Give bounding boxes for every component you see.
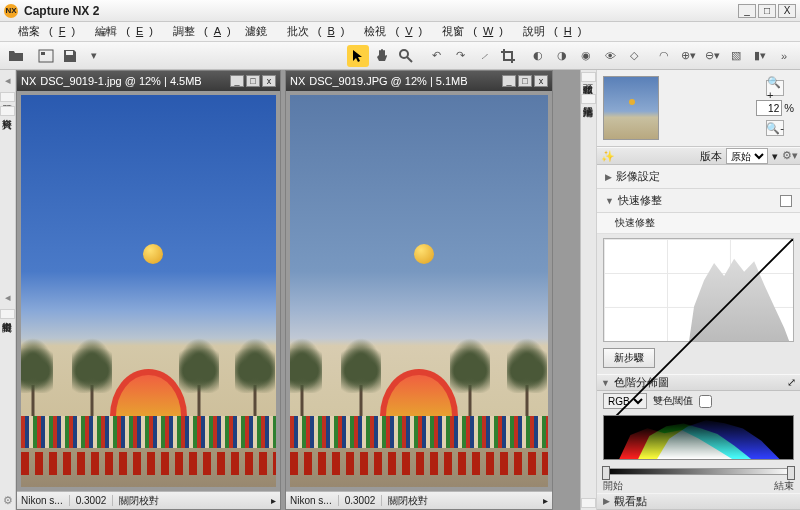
slider-start-label: 開始 <box>603 479 623 493</box>
status-proof-2[interactable]: 關閉校對 <box>388 494 428 508</box>
crop-tool[interactable] <box>497 45 519 67</box>
zoom-out-button[interactable]: 🔍- <box>766 120 784 136</box>
document-titlebar-1[interactable]: NX DSC_9019-1.jpg @ 12% | 4.5MB _ □ x <box>17 71 280 91</box>
status-menu-2[interactable]: ▸ <box>543 495 548 506</box>
svg-point-2 <box>400 50 408 58</box>
document-canvas-2[interactable] <box>286 91 552 491</box>
black-point-tool[interactable]: ◐ <box>527 45 549 67</box>
neutral-point-tool[interactable]: ◉ <box>575 45 597 67</box>
print-button[interactable]: ▾ <box>83 45 105 67</box>
document-title-1: DSC_9019-1.jpg @ 12% | 4.5MB <box>40 75 230 87</box>
select-minus-tool[interactable]: ⊖▾ <box>701 45 723 67</box>
svg-line-4 <box>604 239 793 428</box>
curves-histogram[interactable] <box>603 238 794 342</box>
left-tab-folders[interactable]: 資料夾 <box>0 106 15 116</box>
rail-collapse-icon[interactable]: ◂ <box>0 70 15 90</box>
doc-icon: NX <box>290 75 305 87</box>
redeye-tool[interactable]: 👁 <box>599 45 621 67</box>
status-camera-1: Nikon s... <box>21 495 70 506</box>
rotate-left-button[interactable]: ↶ <box>425 45 447 67</box>
window-titlebar: NX Capture NX 2 _ □ X <box>0 0 800 22</box>
doc2-close-button[interactable]: x <box>534 75 548 87</box>
right-tab-navigator[interactable]: 鳥瞰鏡頭 <box>581 72 596 82</box>
status-menu-1[interactable]: ▸ <box>271 495 276 506</box>
menu-batch[interactable]: 批次 (B) <box>275 22 351 41</box>
left-rail: ◂ 瀏覽器 資料夾 ◂ 中繼資料 ⚙ <box>0 70 16 510</box>
menu-file[interactable]: 檔案 (F) <box>6 22 81 41</box>
zoom-tool[interactable] <box>395 45 417 67</box>
document-window-2: NX DSC_9019.JPG @ 12% | 5.1MB _ □ x <box>285 70 553 510</box>
triangle-right-icon: ▶ <box>605 172 612 182</box>
rail-collapse-icon-2[interactable]: ◂ <box>0 287 15 307</box>
right-tab-editlist[interactable]: 編輯清單 <box>581 94 596 104</box>
zoom-unit: % <box>784 102 794 114</box>
quick-fix-checkbox[interactable] <box>780 195 792 207</box>
crowd-shape <box>21 416 276 447</box>
version-select[interactable]: 原始 <box>726 148 768 164</box>
window-minimize-button[interactable]: _ <box>738 4 756 18</box>
slider-handle-start[interactable] <box>602 466 610 480</box>
menu-help[interactable]: 說明 (H) <box>511 22 587 41</box>
settings-gear-icon[interactable]: ⚙ <box>0 490 15 510</box>
doc2-maximize-button[interactable]: □ <box>518 75 532 87</box>
doc1-close-button[interactable]: x <box>262 75 276 87</box>
app-icon: NX <box>4 4 18 18</box>
document-titlebar-2[interactable]: NX DSC_9019.JPG @ 12% | 5.1MB _ □ x <box>286 71 552 91</box>
straighten-tool[interactable]: ⟋ <box>473 45 495 67</box>
rotate-right-button[interactable]: ↷ <box>449 45 471 67</box>
hand-tool[interactable] <box>371 45 393 67</box>
menu-adjust[interactable]: 調整 (A) <box>161 22 237 41</box>
direct-select-tool[interactable] <box>347 45 369 67</box>
workspace-button[interactable] <box>35 45 57 67</box>
navigator-thumbnail[interactable] <box>603 76 659 140</box>
version-row: ✨ 版本 原始 ▾ ⚙▾ <box>597 147 800 165</box>
document-canvas-1[interactable] <box>17 91 280 491</box>
window-maximize-button[interactable]: □ <box>758 4 776 18</box>
menu-filter[interactable]: 濾鏡 <box>239 22 273 41</box>
watchpoints-label: 觀看點 <box>614 494 647 509</box>
right-rail: 鳥瞰鏡頭 編輯清單 相片資訊 <box>581 70 597 510</box>
doc-icon: NX <box>21 75 36 87</box>
slider-end-label: 結束 <box>774 479 794 493</box>
menu-view[interactable]: 檢視 (V) <box>352 22 428 41</box>
menubar: 檔案 (F) 編輯 (E) 調整 (A) 濾鏡 批次 (B) 檢視 (V) 視窗… <box>0 22 800 42</box>
work-area: NX DSC_9019-1.jpg @ 12% | 4.5MB _ □ x <box>16 70 580 510</box>
tone-curve[interactable] <box>604 239 793 428</box>
left-tab-browser[interactable]: 瀏覽器 <box>0 92 15 102</box>
wand-icon[interactable]: ✨ <box>601 150 615 163</box>
triangle-right-icon: ▶ <box>603 496 610 506</box>
window-close-button[interactable]: X <box>778 4 796 18</box>
navigator-section: 🔍+ % 🔍- <box>597 70 800 147</box>
left-tab-metadata[interactable]: 中繼資料 <box>0 309 15 319</box>
arch-shape <box>380 369 457 416</box>
slider-handle-end[interactable] <box>787 466 795 480</box>
zoom-in-button[interactable]: 🔍+ <box>766 80 784 96</box>
image-settings-row[interactable]: ▶ 影像設定 <box>597 165 800 189</box>
lasso-tool[interactable]: ◠ <box>653 45 675 67</box>
watchpoints-row[interactable]: ▶ 觀看點 <box>597 493 800 510</box>
arch-shape <box>110 369 187 416</box>
document-statusbar-2: Nikon s... 0.3002 關閉校對 ▸ <box>286 491 552 509</box>
select-plus-tool[interactable]: ⊕▾ <box>677 45 699 67</box>
pots-shape <box>290 452 548 476</box>
right-panel: 鳥瞰鏡頭 編輯清單 相片資訊 🔍+ % 🔍- <box>580 70 800 510</box>
save-button[interactable] <box>59 45 81 67</box>
white-point-tool[interactable]: ◑ <box>551 45 573 67</box>
zoom-input[interactable] <box>756 100 782 116</box>
fill-tool[interactable]: ▮▾ <box>749 45 771 67</box>
quick-fix-subitem[interactable]: 快速修整 <box>597 213 800 234</box>
open-folder-button[interactable] <box>5 45 27 67</box>
gradient-tool[interactable]: ▧ <box>725 45 747 67</box>
tag-tool[interactable]: ◇ <box>623 45 645 67</box>
menu-edit[interactable]: 編輯 (E) <box>83 22 159 41</box>
status-proof-1[interactable]: 關閉校對 <box>119 494 159 508</box>
right-tab-photoinfo[interactable]: 相片資訊 <box>581 498 596 508</box>
gear-icon[interactable]: ⚙▾ <box>782 149 796 163</box>
doc1-minimize-button[interactable]: _ <box>230 75 244 87</box>
range-slider[interactable] <box>603 468 794 475</box>
quick-fix-row[interactable]: ▼ 快速修整 <box>597 189 800 213</box>
menu-window[interactable]: 視窗 (W) <box>430 22 509 41</box>
doc1-maximize-button[interactable]: □ <box>246 75 260 87</box>
doc2-minimize-button[interactable]: _ <box>502 75 516 87</box>
more-tools-button[interactable]: » <box>773 45 795 67</box>
